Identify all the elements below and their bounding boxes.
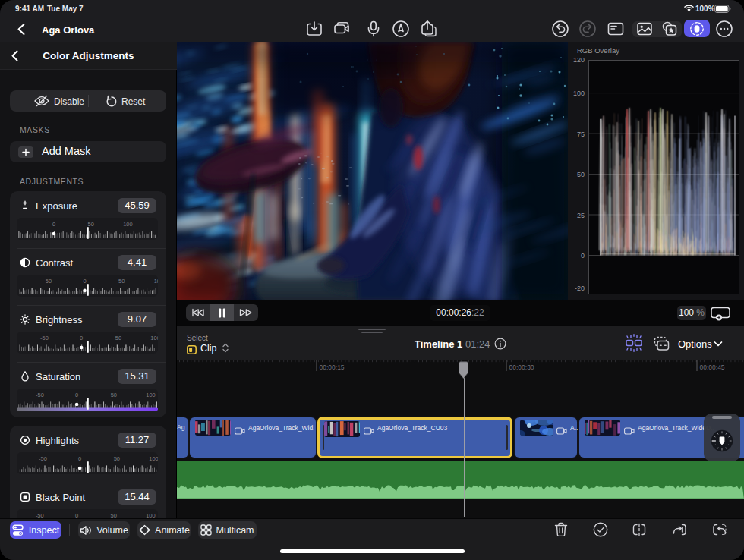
svg-text:00:00:45: 00:00:45	[700, 363, 725, 371]
svg-text:100: 100	[146, 512, 156, 518]
svg-text:0: 0	[78, 455, 81, 462]
svg-text:50: 50	[114, 455, 120, 462]
svg-text:-50: -50	[36, 392, 44, 398]
svg-text:100: 100	[146, 392, 156, 398]
svg-text:-50: -50	[40, 335, 49, 341]
svg-text:50: 50	[118, 278, 125, 285]
svg-text:50: 50	[111, 512, 117, 518]
svg-text:-50: -50	[39, 455, 47, 462]
svg-text:100: 100	[154, 278, 158, 285]
svg-text:-50: -50	[36, 512, 44, 518]
svg-text:100: 100	[123, 221, 133, 228]
svg-text:0: 0	[52, 221, 55, 228]
svg-text:50: 50	[115, 335, 121, 341]
svg-text:100: 100	[149, 455, 158, 462]
svg-text:100: 100	[150, 335, 158, 341]
svg-text:00:00:15: 00:00:15	[320, 363, 345, 371]
svg-text:0: 0	[75, 392, 78, 398]
svg-text:50: 50	[111, 392, 117, 398]
svg-text:-50: -50	[43, 278, 52, 285]
svg-text:0: 0	[80, 335, 83, 341]
svg-text:0: 0	[75, 512, 78, 518]
svg-text:0: 0	[83, 278, 86, 285]
svg-text:00:00:30: 00:00:30	[509, 363, 534, 371]
svg-text:50: 50	[88, 221, 94, 228]
